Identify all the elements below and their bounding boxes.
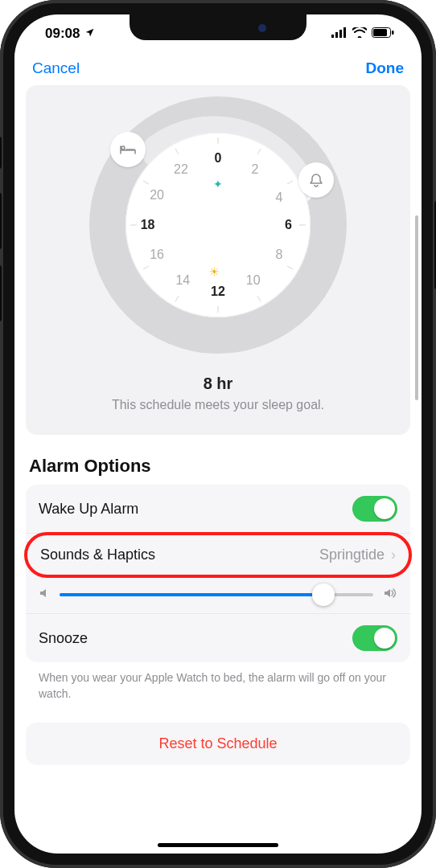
bed-icon xyxy=(120,144,136,155)
alarm-options-title: Alarm Options xyxy=(29,456,407,477)
wake-up-alarm-row: Wake Up Alarm xyxy=(26,485,410,534)
sounds-haptics-value: Springtide xyxy=(319,547,385,563)
dial-hour-18: 18 xyxy=(141,218,155,232)
bell-icon xyxy=(310,174,323,187)
volume-up-button xyxy=(0,193,2,249)
svg-line-9 xyxy=(287,181,293,184)
svg-line-11 xyxy=(287,266,293,269)
svg-rect-0 xyxy=(331,35,334,38)
sun-icon: ☀ xyxy=(209,265,220,278)
dial-hour-2: 2 xyxy=(252,162,259,177)
svg-line-15 xyxy=(143,266,149,269)
status-time: 09:08 xyxy=(45,26,80,42)
svg-rect-3 xyxy=(343,27,346,38)
volume-slider-fill xyxy=(60,593,323,596)
sleep-goal-message: This schedule meets your sleep goal. xyxy=(37,398,399,412)
home-indicator[interactable] xyxy=(158,843,278,847)
svg-line-14 xyxy=(175,296,179,301)
volume-high-icon xyxy=(383,588,397,602)
dial-hour-8: 8 xyxy=(275,248,282,262)
wake-up-alarm-toggle[interactable] xyxy=(352,496,397,522)
snooze-label: Snooze xyxy=(39,630,88,647)
alarm-options-list: Wake Up Alarm Sounds & Haptics Springtid… xyxy=(26,485,410,662)
sleep-duration: 8 hr xyxy=(37,375,399,393)
dial-hour-4: 4 xyxy=(275,190,282,205)
dial-hour-22: 22 xyxy=(174,162,188,177)
cellular-icon xyxy=(331,26,348,42)
sleep-dial-card: 0 2 4 6 8 10 12 14 16 18 20 22 ✦ ☀ xyxy=(26,85,410,435)
wifi-icon xyxy=(352,26,367,42)
snooze-toggle[interactable] xyxy=(352,625,397,651)
sleep-dial[interactable]: 0 2 4 6 8 10 12 14 16 18 20 22 ✦ ☀ xyxy=(89,96,347,354)
svg-line-8 xyxy=(257,149,261,154)
snooze-row: Snooze xyxy=(26,614,410,662)
alarm-footnote: When you wear your Apple Watch to bed, t… xyxy=(26,662,410,716)
svg-rect-5 xyxy=(373,29,387,36)
dial-hour-16: 16 xyxy=(150,248,164,262)
dial-hour-20: 20 xyxy=(150,188,164,203)
svg-rect-2 xyxy=(339,30,342,38)
dial-face: 0 2 4 6 8 10 12 14 16 18 20 22 ✦ ☀ xyxy=(125,133,311,317)
dial-hour-14: 14 xyxy=(175,273,190,288)
reset-to-schedule-button[interactable]: Reset to Schedule xyxy=(26,723,410,765)
done-button[interactable]: Done xyxy=(366,59,405,77)
volume-row xyxy=(26,576,410,614)
svg-line-17 xyxy=(143,181,149,184)
sounds-haptics-label: Sounds & Haptics xyxy=(40,547,155,563)
svg-line-18 xyxy=(175,149,179,154)
location-icon xyxy=(84,27,95,40)
sounds-haptics-row[interactable]: Sounds & Haptics Springtide › xyxy=(24,532,412,578)
iphone-frame: 09:08 Cancel Done xyxy=(0,0,436,868)
screen: 09:08 Cancel Done xyxy=(14,14,422,854)
content-scroll[interactable]: 0 2 4 6 8 10 12 14 16 18 20 22 ✦ ☀ xyxy=(14,85,422,854)
bedtime-handle[interactable] xyxy=(110,132,146,167)
mute-switch xyxy=(0,137,2,169)
battery-icon xyxy=(372,26,394,42)
svg-rect-1 xyxy=(335,32,338,38)
dial-hour-0: 0 xyxy=(215,151,222,166)
volume-low-icon xyxy=(39,588,50,602)
dial-hour-10: 10 xyxy=(246,273,261,288)
cancel-button[interactable]: Cancel xyxy=(32,59,80,77)
chevron-right-icon: › xyxy=(391,547,396,563)
dial-hour-12: 12 xyxy=(211,285,225,299)
wake-handle[interactable] xyxy=(298,162,334,198)
svg-line-12 xyxy=(257,296,261,301)
scroll-indicator xyxy=(415,215,418,400)
dial-hour-6: 6 xyxy=(285,218,292,232)
volume-slider-thumb[interactable] xyxy=(312,583,335,606)
volume-slider[interactable] xyxy=(60,593,373,596)
wake-up-alarm-label: Wake Up Alarm xyxy=(39,501,138,518)
nav-bar: Cancel Done xyxy=(14,53,422,85)
night-icon: ✦ xyxy=(213,178,223,190)
svg-rect-6 xyxy=(392,31,394,35)
volume-down-button xyxy=(0,265,2,321)
notch xyxy=(130,14,306,40)
